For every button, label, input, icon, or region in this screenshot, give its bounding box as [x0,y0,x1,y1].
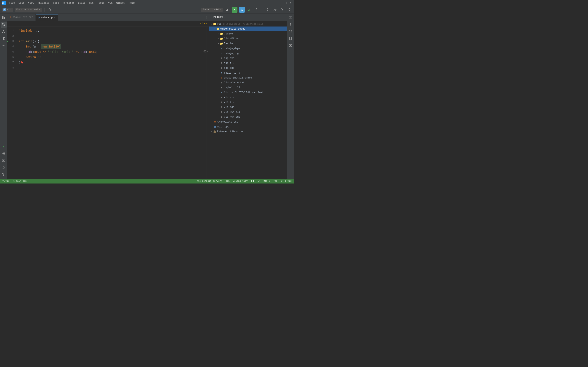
activity-structure-icon[interactable] [1,29,7,35]
tree-manifest[interactable]: ≡ Microsoft.DTfW.DHL.manifest [209,90,287,95]
tabs-more-button[interactable]: ⋮ [204,14,209,21]
rightbar-notifications-icon[interactable] [287,15,294,21]
menu-refactor[interactable]: Refactor [61,1,76,5]
svg-rect-8 [248,10,249,11]
tree-root-cmakelists-label: CMakeLists.txt [217,120,238,123]
tree-app-exe[interactable]: ⊞ app.exe [209,56,287,61]
activity-run-icon[interactable]: ▶ [1,143,7,150]
debug-config-dropdown[interactable]: Debug | vld ▾ [201,8,223,12]
settings-button[interactable] [287,7,292,13]
status-server-item[interactable]: <no default server> [196,180,223,182]
build-button[interactable] [224,7,230,13]
code-content[interactable]: #include ... int main ( ) { [16,26,206,179]
tab-maincpp[interactable]: ◎ main.cpp × [36,14,58,21]
activity-search-icon[interactable] [1,22,7,28]
tree-external-libs[interactable]: ▶ 🏛 External Libraries [209,129,287,134]
tree-dbghelp-dll[interactable]: ⊞ dbghelp.dll [209,85,287,90]
rightbar-account-icon[interactable] [287,22,294,28]
search-everywhere-button[interactable] [47,7,53,13]
tree-vld-pdb[interactable]: ⊞ vld.pdb [209,105,287,110]
vcs-badge[interactable]: V vld [2,8,13,12]
run-gutter-icon[interactable]: ▶ [7,40,9,43]
tree-build-ninja[interactable]: ≡ build.ninja [209,71,287,75]
tree-vld-x64-pdb[interactable]: ⊞ vld_x64.pdb [209,115,287,119]
titlebar: C File Edit View Navigate Code Refactor … [0,0,294,6]
menu-help[interactable]: Help [127,1,136,5]
status-lineending-item[interactable]: LF [257,180,261,182]
status-language-item[interactable]: C++: vld [280,180,292,182]
translate-button[interactable]: A 文 [272,7,278,13]
tree-vld-exe[interactable]: ⊞ vld.exe [209,95,287,100]
new-keyword: new int[10] [41,44,61,49]
svg-rect-9 [249,9,250,11]
activity-terminal-icon[interactable] [1,157,7,164]
menu-navigate[interactable]: Navigate [36,1,51,5]
action-close-icon[interactable]: × [207,50,209,53]
tree-app-ilk[interactable]: ⊞ app.ilk [209,61,287,66]
maximize-button[interactable]: □ [284,1,287,5]
code-editor[interactable]: 1 2 ▶ 3 4 5 6 7 8 #include ... [7,26,209,179]
tree-ninja-log[interactable]: ≡ .ninja_log [209,51,287,56]
activity-project-icon[interactable] [1,15,7,21]
status-file-item[interactable]: C main.cpp [12,180,27,182]
file-app-ilk-icon: ⊞ [220,62,223,65]
warning-chevron-down[interactable]: ▼ [206,22,208,25]
tree-vld-ilk[interactable]: ⊞ vld.ilk [209,100,287,105]
tree-app-pdb[interactable]: ⊞ app.pdb [209,66,287,71]
rightbar-ai-icon[interactable]: AI [287,29,294,35]
status-os-icon-item[interactable] [250,179,255,183]
tree-root-vld[interactable]: ▾ 📁 vld D:\a-mycode\c++\clion\code\vld [209,22,287,26]
more-icon: ⋮ [255,8,259,12]
account-button[interactable] [265,7,270,13]
close-button[interactable]: × [289,1,292,5]
debug-button[interactable] [239,7,245,13]
tree-cmake-cache[interactable]: ⊞ CMakeCache.txt [209,80,287,85]
tree-cmake-install[interactable]: ⚠ cmake_install.cmake [209,75,287,80]
menu-view[interactable]: View [26,1,36,5]
menu-vcs[interactable]: VCS [107,1,114,5]
tree-root-cmakelists[interactable]: ≡ CMakeLists.txt [209,119,287,124]
version-control-badge[interactable]: Version control ▾ [15,8,42,12]
menu-code[interactable]: Code [52,1,61,5]
find-everywhere-button[interactable] [279,7,285,13]
rightbar-diff-icon[interactable] [287,42,294,49]
status-inspection-item[interactable]: .clang-tidy [232,180,249,182]
activity-git-icon[interactable] [1,171,7,177]
menu-window[interactable]: Window [115,1,127,5]
status-indent-item[interactable]: Tab [273,180,278,182]
menu-run[interactable]: Run [87,1,95,5]
tree-testing[interactable]: ▶ 📁 Testing [209,41,287,46]
menu-file[interactable]: File [7,1,17,5]
file-root-cmake-icon: ≡ [213,120,217,124]
tree-cmakefiles[interactable]: ▶ 📁 CMakeFiles [209,36,287,41]
menu-edit[interactable]: Edit [17,1,26,5]
menu-tools[interactable]: Tools [95,1,106,5]
code-line-6: return 0 ; [16,55,206,60]
activity-debug-icon[interactable] [1,150,7,157]
activity-notifications-icon[interactable] [1,164,7,170]
activity-bookmarks-icon[interactable] [1,35,7,42]
tab-cmakelists-label: CMakeLists.txt [12,16,33,19]
tree-root-maincpp[interactable]: ◎ main.cpp [209,124,287,129]
minimize-button[interactable]: − [279,1,283,5]
tree-cmake-build-debug[interactable]: ▾ 📁 cmake-build-debug [209,26,287,31]
svg-point-26 [2,32,3,33]
status-branch-item[interactable]: vld [2,180,10,182]
action-icon-1[interactable]: ⚙ [203,50,207,53]
tab-close-button[interactable]: × [54,16,56,19]
run-button[interactable]: ▶ [232,7,237,13]
tab-cmakelists[interactable]: ≡ CMakeLists.txt [7,14,36,21]
tree-dot-cmake[interactable]: ▶ 📁 .cmake [209,31,287,36]
coverage-button[interactable] [246,7,252,13]
warning-chevron-up[interactable]: ▲ [204,22,205,25]
semicolon-4: ; [61,44,63,49]
tree-ninja-deps[interactable]: ≡ .ninja_deps [209,46,287,51]
titlebar-controls: − □ × [279,1,292,5]
rightbar-bookmark-icon[interactable] [287,35,294,42]
menu-build[interactable]: Build [76,1,87,5]
more-actions-button[interactable]: ⋮ [254,7,259,13]
status-position-item[interactable]: 8:1 [225,180,231,182]
tree-vld-x64-dll[interactable]: ⊞ vld_x64.dll [209,110,287,115]
status-encoding-item[interactable]: UTF-8 [263,180,271,182]
activity-more-icon[interactable]: ⋯ [1,42,7,49]
